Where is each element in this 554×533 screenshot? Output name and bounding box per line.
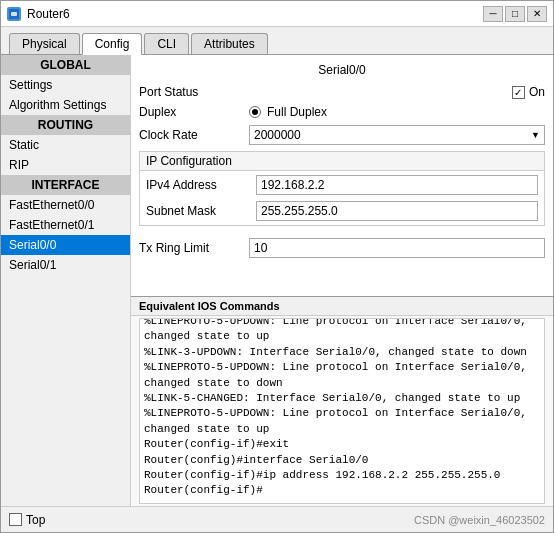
sidebar-item-settings[interactable]: Settings bbox=[1, 75, 130, 95]
router-icon bbox=[7, 7, 21, 21]
ipv4-row: IPv4 Address bbox=[146, 175, 538, 195]
duplex-label: Duplex bbox=[139, 105, 249, 119]
tx-ring-limit-label: Tx Ring Limit bbox=[139, 241, 249, 255]
duplex-radio-group: Full Duplex bbox=[249, 105, 545, 119]
port-status-checkbox-area: ✓ On bbox=[512, 85, 545, 99]
main-content: GLOBAL Settings Algorithm Settings ROUTI… bbox=[1, 55, 553, 506]
tab-cli[interactable]: CLI bbox=[144, 33, 189, 54]
sidebar-item-serial01[interactable]: Serial0/1 bbox=[1, 255, 130, 275]
ip-config-section: IP Configuration IPv4 Address Subnet Mas… bbox=[139, 151, 545, 232]
sidebar-item-fastethernet00[interactable]: FastEthernet0/0 bbox=[1, 195, 130, 215]
console-line: %LINEPROTO-5-UPDOWN: Line protocol on In… bbox=[144, 318, 540, 345]
equivalent-ios-title: Equivalent IOS Commands bbox=[131, 297, 553, 316]
config-panel: Serial0/0 Port Status ✓ On Duplex Full D bbox=[131, 55, 553, 296]
svg-rect-1 bbox=[11, 12, 17, 16]
console-line: %LINEPROTO-5-UPDOWN: Line protocol on In… bbox=[144, 406, 540, 437]
sidebar-header-interface: INTERFACE bbox=[1, 175, 130, 195]
sidebar: GLOBAL Settings Algorithm Settings ROUTI… bbox=[1, 55, 131, 506]
top-checkbox[interactable] bbox=[9, 513, 22, 526]
sidebar-item-fastethernet01[interactable]: FastEthernet0/1 bbox=[1, 215, 130, 235]
clock-rate-dropdown[interactable]: 2000000 ▼ bbox=[249, 125, 545, 145]
tx-ring-limit-row: Tx Ring Limit bbox=[139, 238, 545, 258]
console-line: Router(config-if)#ip address 192.168.2.2… bbox=[144, 468, 540, 483]
port-status-label: Port Status bbox=[139, 85, 249, 99]
tab-config[interactable]: Config bbox=[82, 33, 143, 55]
console-line: %LINEPROTO-5-UPDOWN: Line protocol on In… bbox=[144, 360, 540, 391]
section-title: Serial0/0 bbox=[139, 63, 545, 77]
chevron-down-icon: ▼ bbox=[531, 130, 540, 140]
subnet-mask-label: Subnet Mask bbox=[146, 204, 256, 218]
console-line: Router(config-if)#exit bbox=[144, 437, 540, 452]
main-window: Router6 ─ □ ✕ Physical Config CLI Attrib… bbox=[0, 0, 554, 533]
tx-ring-limit-input[interactable] bbox=[249, 238, 545, 258]
sidebar-header-global: GLOBAL bbox=[1, 55, 130, 75]
footer-left: Top bbox=[9, 513, 45, 527]
console-line: Router(config-if)# bbox=[144, 483, 540, 498]
clock-rate-label: Clock Rate bbox=[139, 128, 249, 142]
sidebar-item-serial00[interactable]: Serial0/0 bbox=[1, 235, 130, 255]
ipv4-input[interactable] bbox=[256, 175, 538, 195]
clock-rate-value: 2000000 bbox=[254, 128, 301, 142]
console-line: Router(config)#interface Serial0/0 bbox=[144, 453, 540, 468]
ipv4-label: IPv4 Address bbox=[146, 178, 256, 192]
sidebar-item-static[interactable]: Static bbox=[1, 135, 130, 155]
ip-config-header: IP Configuration bbox=[139, 151, 545, 171]
ip-config-body: IPv4 Address Subnet Mask bbox=[139, 171, 545, 226]
port-status-on-label: On bbox=[529, 85, 545, 99]
console-line: %LINK-3-UPDOWN: Interface Serial0/0, cha… bbox=[144, 345, 540, 360]
maximize-button[interactable]: □ bbox=[505, 6, 525, 22]
tab-physical[interactable]: Physical bbox=[9, 33, 80, 54]
window-title: Router6 bbox=[27, 7, 70, 21]
sidebar-header-routing: ROUTING bbox=[1, 115, 130, 135]
duplex-row: Duplex Full Duplex bbox=[139, 105, 545, 119]
close-button[interactable]: ✕ bbox=[527, 6, 547, 22]
subnet-mask-row: Subnet Mask bbox=[146, 201, 538, 221]
title-bar: Router6 ─ □ ✕ bbox=[1, 1, 553, 27]
watermark: CSDN @weixin_46023502 bbox=[414, 514, 545, 526]
port-status-row: Port Status ✓ On bbox=[139, 85, 545, 99]
sidebar-item-algorithm-settings[interactable]: Algorithm Settings bbox=[1, 95, 130, 115]
console-area[interactable]: %LINEPROTO-5-UPDOWN: Line protocol on In… bbox=[139, 318, 545, 504]
clock-rate-row: Clock Rate 2000000 ▼ bbox=[139, 125, 545, 145]
bottom-section: Equivalent IOS Commands %LINEPROTO-5-UPD… bbox=[131, 296, 553, 506]
tab-bar: Physical Config CLI Attributes bbox=[1, 27, 553, 55]
title-bar-left: Router6 bbox=[7, 7, 70, 21]
full-duplex-radio[interactable] bbox=[249, 106, 261, 118]
footer: Top CSDN @weixin_46023502 bbox=[1, 506, 553, 532]
title-buttons: ─ □ ✕ bbox=[483, 6, 547, 22]
tab-attributes[interactable]: Attributes bbox=[191, 33, 268, 54]
top-label: Top bbox=[26, 513, 45, 527]
port-status-checkbox[interactable]: ✓ bbox=[512, 86, 525, 99]
console-line: %LINK-5-CHANGED: Interface Serial0/0, ch… bbox=[144, 391, 540, 406]
full-duplex-label: Full Duplex bbox=[267, 105, 327, 119]
subnet-mask-input[interactable] bbox=[256, 201, 538, 221]
sidebar-item-rip[interactable]: RIP bbox=[1, 155, 130, 175]
minimize-button[interactable]: ─ bbox=[483, 6, 503, 22]
